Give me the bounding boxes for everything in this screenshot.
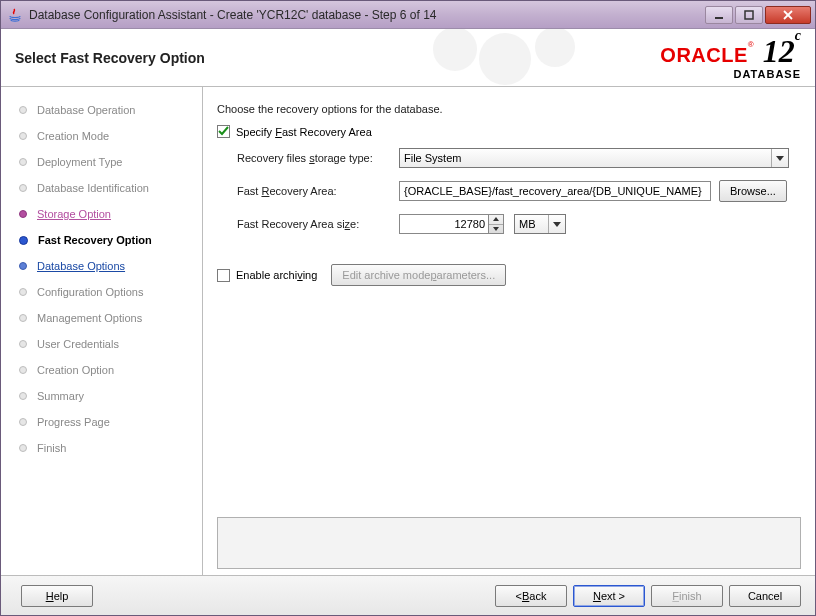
step-bullet-icon (19, 210, 27, 218)
step-label: Database Identification (37, 182, 149, 194)
step-label: Progress Page (37, 416, 110, 428)
svg-marker-8 (493, 217, 499, 221)
minimize-button[interactable] (705, 6, 733, 24)
step-fast-recovery-option: Fast Recovery Option (19, 227, 202, 253)
specify-fra-label: Specify Fast Recovery Area (236, 126, 372, 138)
next-button[interactable]: Next > (573, 585, 645, 607)
step-database-options[interactable]: Database Options (19, 253, 202, 279)
fra-size-value: 12780 (454, 218, 485, 230)
app-window: Database Configuration Assistant - Creat… (0, 0, 816, 616)
step-bullet-icon (19, 106, 27, 114)
step-label: Deployment Type (37, 156, 122, 168)
step-finish: Finish (19, 435, 202, 461)
fra-size-spinner[interactable] (489, 214, 504, 234)
storage-type-row: Recovery files storage type: File System (237, 148, 801, 168)
fra-path-value: {ORACLE_BASE}/fast_recovery_area/{DB_UNI… (404, 185, 702, 197)
body: Database OperationCreation ModeDeploymen… (1, 87, 815, 575)
enable-archiving-row: Enable archiving Edit archive mode param… (217, 264, 801, 286)
step-progress-page: Progress Page (19, 409, 202, 435)
step-label: Fast Recovery Option (38, 234, 152, 246)
enable-archiving-label: Enable archiving (236, 269, 317, 281)
window-controls (705, 6, 811, 24)
step-bullet-icon (19, 340, 27, 348)
back-button[interactable]: < Back (495, 585, 567, 607)
finish-button: Finish (651, 585, 723, 607)
message-area (217, 517, 801, 569)
step-bullet-icon (19, 444, 27, 452)
svg-rect-1 (745, 11, 753, 19)
step-management-options: Management Options (19, 305, 202, 331)
fra-path-row: Fast Recovery Area: {ORACLE_BASE}/fast_r… (237, 180, 801, 202)
fra-size-unit: MB (519, 218, 536, 230)
titlebar: Database Configuration Assistant - Creat… (1, 1, 815, 29)
svg-marker-10 (553, 222, 561, 227)
storage-type-select[interactable]: File System (399, 148, 789, 168)
step-bullet-icon (19, 366, 27, 374)
step-label: Creation Option (37, 364, 114, 376)
close-button[interactable] (765, 6, 811, 24)
content-area: Choose the recovery options for the data… (203, 87, 815, 575)
instruction-text: Choose the recovery options for the data… (217, 103, 801, 115)
window-title: Database Configuration Assistant - Creat… (29, 8, 705, 22)
step-bullet-icon (19, 418, 27, 426)
step-deployment-type: Deployment Type (19, 149, 202, 175)
storage-type-value: File System (404, 152, 461, 164)
edit-archive-button: Edit archive mode parameters... (331, 264, 506, 286)
brand-database: DATABASE (660, 69, 801, 80)
gears-decoration (415, 29, 615, 87)
oracle-logo: ORACLE® 12c DATABASE (660, 35, 801, 80)
step-label: Configuration Options (37, 286, 143, 298)
step-label: Summary (37, 390, 84, 402)
step-label: Database Operation (37, 104, 135, 116)
fra-size-row: Fast Recovery Area size: 12780 MB (237, 214, 801, 234)
spin-down-icon[interactable] (489, 225, 503, 234)
brand-suffix: c (795, 29, 801, 43)
step-configuration-options: Configuration Options (19, 279, 202, 305)
svg-point-5 (479, 33, 531, 85)
java-icon (7, 7, 23, 23)
brand-oracle: ORACLE (660, 44, 747, 66)
svg-point-4 (433, 29, 477, 71)
svg-marker-9 (493, 227, 499, 231)
svg-point-6 (535, 29, 575, 67)
step-bullet-icon (19, 236, 28, 245)
specify-fra-checkbox[interactable] (217, 125, 230, 138)
step-bullet-icon (19, 314, 27, 322)
specify-fra-row: Specify Fast Recovery Area (217, 125, 801, 138)
help-button[interactable]: Help (21, 585, 93, 607)
step-database-identification: Database Identification (19, 175, 202, 201)
cancel-button[interactable]: Cancel (729, 585, 801, 607)
fra-size-input[interactable]: 12780 (399, 214, 489, 234)
step-label: Management Options (37, 312, 142, 324)
enable-archiving-checkbox[interactable] (217, 269, 230, 282)
step-bullet-icon (19, 392, 27, 400)
step-user-credentials: User Credentials (19, 331, 202, 357)
fra-label: Fast Recovery Area: (237, 185, 399, 197)
step-summary: Summary (19, 383, 202, 409)
step-storage-option[interactable]: Storage Option (19, 201, 202, 227)
step-label: Database Options (37, 260, 125, 272)
fra-size-label: Fast Recovery Area size: (237, 218, 399, 230)
spin-up-icon[interactable] (489, 215, 503, 225)
chevron-down-icon (548, 215, 561, 233)
storage-type-label: Recovery files storage type: (237, 152, 399, 164)
fra-form: Recovery files storage type: File System… (237, 148, 801, 246)
step-bullet-icon (19, 262, 27, 270)
step-label: User Credentials (37, 338, 119, 350)
step-creation-mode: Creation Mode (19, 123, 202, 149)
fra-size-unit-select[interactable]: MB (514, 214, 566, 234)
step-bullet-icon (19, 288, 27, 296)
step-bullet-icon (19, 184, 27, 192)
browse-button[interactable]: Browse... (719, 180, 787, 202)
fra-path-input[interactable]: {ORACLE_BASE}/fast_recovery_area/{DB_UNI… (399, 181, 711, 201)
step-label: Creation Mode (37, 130, 109, 142)
wizard-steps-sidebar: Database OperationCreation ModeDeploymen… (1, 87, 203, 575)
header-banner: Select Fast Recovery Option ORACLE® 12c … (1, 29, 815, 87)
step-creation-option: Creation Option (19, 357, 202, 383)
step-label: Storage Option (37, 208, 111, 220)
step-label: Finish (37, 442, 66, 454)
step-bullet-icon (19, 158, 27, 166)
step-database-operation: Database Operation (19, 97, 202, 123)
maximize-button[interactable] (735, 6, 763, 24)
page-title: Select Fast Recovery Option (15, 50, 205, 66)
